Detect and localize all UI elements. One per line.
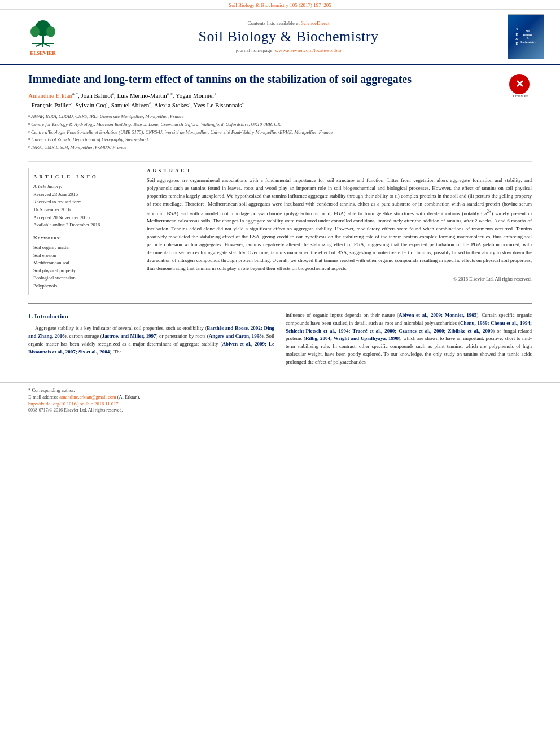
abstract-copyright: © 2016 Elsevier Ltd. All rights reserved… [147, 276, 532, 282]
ref-chenu[interactable]: Chenu, 1989; Chenu et al., 1994; Schlech… [286, 320, 532, 334]
history-label: Article history: [33, 184, 63, 189]
authors-line1: Amandine Erktana, *, Joan Balmota, Luis … [28, 91, 532, 110]
keyword-4: Soil physical property [33, 267, 130, 275]
issn-line: 0038-0717/© 2016 Elsevier Ltd. All right… [28, 408, 532, 413]
crossmark-label: CrossMark [509, 94, 532, 98]
doi-link[interactable]: http://dx.doi.org/10.1016/j.soilbio.2016… [28, 401, 532, 407]
abstract-section: A B S T R A C T Soil aggregates are orga… [147, 168, 532, 282]
body-two-col: 1. Introduction Aggregate stability is a… [28, 312, 532, 370]
publisher-logo-area: ELSEVIER [9, 18, 77, 56]
ref-rillig[interactable]: Rillig, 2004; Wright and Upadhyaya, 1998 [305, 335, 399, 341]
article-history: Article history: Received 23 June 2016 R… [33, 183, 130, 229]
ref-jastrow[interactable]: Jastrow and Miller, 1997 [102, 333, 156, 339]
abstract-title: A B S T R A C T [147, 168, 532, 173]
received-date: Received 23 June 2016 [33, 191, 78, 197]
article-title-section: Immediate and long-term effect of tannin… [28, 72, 532, 162]
article-info-box: A R T I C L E I N F O Article history: R… [28, 168, 135, 295]
keywords-title: Keywords: [33, 234, 130, 242]
affil-b: b Centre for Ecology & Hydrology, Maclea… [28, 121, 532, 128]
svg-point-2 [30, 26, 40, 37]
keywords-section: Keywords: Soil organic matter Soil erosi… [33, 234, 130, 290]
corresponding-author-note: * Corresponding author. [28, 387, 532, 393]
ref-abiven2[interactable]: Abiven et al., 2009; Monnier, 1965 [399, 312, 476, 318]
info-abstract-section: A R T I C L E I N F O Article history: R… [28, 168, 532, 295]
crossmark-icon: ✕ [515, 78, 524, 90]
journal-cover-area: SB&B SoilBiology&Biochemistry [500, 14, 551, 59]
author-sup1: a, * [72, 91, 78, 96]
keyword-3: Mediterranean soil [33, 259, 130, 267]
intro-col-left: 1. Introduction Aggregate stability is a… [28, 312, 274, 370]
accepted-date: Accepted 20 November 2016 [33, 215, 90, 220]
elsevier-brand-name: ELSEVIER [30, 50, 56, 56]
affil-a: a AMAP, INRA, CIRAD, CNRS, IRD, Universi… [28, 113, 532, 120]
journal-title: Soil Biology & Biochemistry [77, 28, 500, 45]
footer-section: * Corresponding author. E-mail address: … [0, 382, 560, 417]
ref-abiven[interactable]: Abiven et al., 2009; Le Bissonnais et al… [28, 341, 274, 355]
article-info-column: A R T I C L E I N F O Article history: R… [28, 168, 135, 295]
author-email[interactable]: amandine.erktan@gmail.com [59, 394, 116, 400]
intro-col-right: influence of organic inputs depends on t… [286, 312, 532, 370]
section-divider [28, 303, 532, 304]
journal-cover-image: SB&B SoilBiology&Biochemistry [508, 14, 544, 59]
affil-c: c Centre d'Ecologie Fonctionnelle et Evo… [28, 129, 532, 136]
keyword-2: Soil erosion [33, 252, 130, 260]
article-title: Immediate and long-term effect of tannin… [28, 72, 532, 86]
ref-angers[interactable]: Angers and Caron, 1998 [209, 333, 262, 339]
homepage-url[interactable]: www.elsevier.com/locate/soilbio [275, 47, 341, 53]
journal-homepage: journal homepage: www.elsevier.com/locat… [77, 47, 500, 53]
email-line: E-mail address: amandine.erktan@gmail.co… [28, 394, 532, 400]
article-info-title: A R T I C L E I N F O [33, 173, 130, 181]
keyword-1: Soil organic matter [33, 244, 130, 252]
keyword-6: Polyphenols [33, 282, 130, 290]
crossmark-badge[interactable]: ✕ CrossMark [509, 74, 532, 97]
contents-line: Contents lists available at ScienceDirec… [77, 20, 500, 26]
keyword-5: Ecological succession [33, 274, 130, 282]
sciencedirect-link[interactable]: ScienceDirect [301, 20, 329, 26]
main-content: Immediate and long-term effect of tannin… [0, 65, 560, 377]
author-erktan[interactable]: Amandine Erktan [28, 92, 72, 99]
revised-date: 16 November 2016 [33, 207, 71, 212]
top-bar: Soil Biology & Biochemistry 105 (2017) 1… [0, 0, 560, 10]
abstract-text: Soil aggregates are organomineral associ… [147, 177, 532, 273]
journal-header-center: Contents lists available at ScienceDirec… [77, 20, 500, 53]
journal-header: ELSEVIER Contents lists available at Sci… [0, 10, 560, 65]
available-online: Available online 2 December 2016 [33, 222, 100, 228]
journal-reference: Soil Biology & Biochemistry 105 (2017) 1… [229, 2, 331, 8]
elsevier-logo-icon [20, 18, 65, 49]
intro-para-2: influence of organic inputs depends on t… [286, 312, 532, 367]
intro-title: 1. Introduction [28, 312, 274, 321]
affil-d: d University of Zurich, Department of Ge… [28, 136, 532, 143]
revised-label: Received in revised form [33, 199, 82, 204]
svg-point-3 [46, 26, 55, 37]
affiliations: a AMAP, INRA, CIRAD, CNRS, IRD, Universi… [28, 113, 532, 151]
intro-para-1: Aggregate stability is a key indicator o… [28, 325, 274, 356]
abstract-column: A B S T R A C T Soil aggregates are orga… [147, 168, 532, 295]
affil-e: e INRA, UMR LiSaH, Montpellier, F-34000 … [28, 144, 532, 151]
